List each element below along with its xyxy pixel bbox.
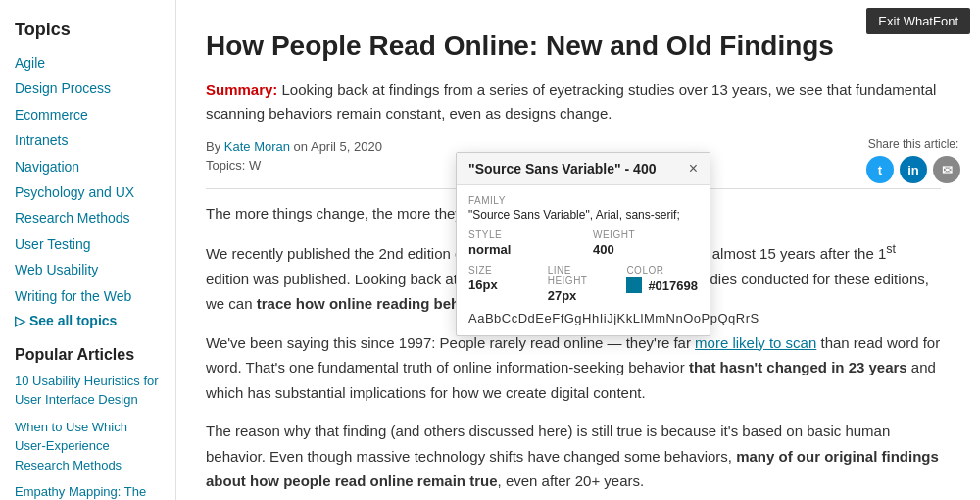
popular-article-3[interactable]: Empathy Mapping: The First Step in Desig…: [15, 482, 161, 500]
topics-prefix: Topics: W: [206, 158, 261, 173]
share-icons: t in ✉: [866, 156, 960, 183]
scan-link[interactable]: more likely to scan: [695, 334, 816, 351]
twitter-icon: t: [878, 163, 882, 177]
family-label: Family: [468, 195, 698, 206]
font-tooltip-header: "Source Sans Variable" - 400 ×: [457, 153, 710, 185]
font-tooltip-body: Family "Source Sans Variable", Arial, sa…: [457, 185, 710, 335]
article-title: How People Read Online: New and Old Find…: [206, 29, 941, 63]
weight-label: Weight: [593, 229, 698, 240]
sidebar-item-user-testing[interactable]: User Testing: [15, 231, 161, 257]
sidebar-item-ecommerce[interactable]: Ecommerce: [15, 102, 161, 127]
exit-whatfont-button[interactable]: Exit WhatFont: [866, 8, 970, 34]
see-all-topics-link[interactable]: ▷ See all topics: [15, 313, 161, 328]
sidebar-item-intranets[interactable]: Intranets: [15, 127, 161, 153]
family-col: Family "Source Sans Variable", Arial, sa…: [468, 195, 698, 222]
sidebar-item-navigation[interactable]: Navigation: [15, 154, 161, 179]
family-row: Family "Source Sans Variable", Arial, sa…: [468, 195, 698, 222]
sidebar-item-design-process[interactable]: Design Process: [15, 75, 161, 101]
font-tooltip-close-button[interactable]: ×: [689, 161, 698, 176]
sidebar: Topics Agile Design Process Ecommerce In…: [0, 0, 176, 500]
sidebar-item-psychology[interactable]: Psychology and UX: [15, 179, 161, 205]
color-value: #017698: [648, 278, 698, 293]
font-tooltip-title: "Source Sans Variable" - 400: [468, 161, 656, 176]
weight-value: 400: [593, 242, 698, 257]
size-label: Size: [468, 265, 532, 275]
summary-paragraph: Summary: Looking back at findings from a…: [206, 78, 941, 125]
sidebar-item-agile[interactable]: Agile: [15, 50, 161, 75]
summary-label: Summary:: [206, 81, 277, 98]
summary-text: Looking back at findings from a series o…: [206, 81, 936, 122]
font-tooltip: "Source Sans Variable" - 400 × Family "S…: [456, 152, 710, 336]
style-value: normal: [468, 242, 573, 257]
style-col: Style normal: [468, 229, 573, 257]
weight-col: Weight 400: [593, 229, 698, 257]
share-bar: Share this article: t in ✉: [866, 137, 960, 183]
author-link[interactable]: Kate Moran: [224, 139, 290, 154]
paragraph-3: We've been saying this since 1997: Peopl…: [206, 330, 941, 406]
email-icon: ✉: [942, 163, 953, 177]
share-label: Share this article:: [866, 137, 960, 151]
sidebar-item-research[interactable]: Research Methods: [15, 205, 161, 230]
size-value: 16px: [468, 277, 532, 292]
popular-articles-heading: Popular Articles: [15, 346, 161, 364]
color-swatch-row: #017698: [626, 277, 698, 293]
color-label: Color: [626, 265, 698, 275]
linkedin-share-button[interactable]: in: [900, 156, 927, 183]
sidebar-item-web-usability[interactable]: Web Usability: [15, 257, 161, 282]
line-height-label: Line Height: [548, 265, 612, 286]
family-value: "Source Sans Variable", Arial, sans-seri…: [468, 208, 698, 222]
style-weight-row: Style normal Weight 400: [468, 229, 698, 257]
page-wrapper: Topics Agile Design Process Ecommerce In…: [0, 0, 980, 500]
topics-heading: Topics: [15, 20, 161, 40]
paragraph-4: The reason why that finding (and others …: [206, 419, 941, 494]
main-content: Exit WhatFont How People Read Online: Ne…: [176, 0, 980, 500]
color-col: Color #017698: [626, 265, 698, 303]
line-height-value: 27px: [548, 288, 612, 303]
triangle-icon: ▷: [15, 313, 29, 328]
color-swatch: [626, 277, 642, 293]
font-preview: AaBbCcDdEeFfGgHhIiJjKkLlMmNnOoPpQqRrS: [468, 311, 698, 325]
size-col: Size 16px: [468, 265, 532, 303]
linkedin-icon: in: [907, 163, 919, 177]
size-row: Size 16px Line Height 27px Color #017698: [468, 265, 698, 303]
line-height-col: Line Height 27px: [548, 265, 612, 303]
popular-article-1[interactable]: 10 Usability Heuristics for User Interfa…: [15, 372, 161, 410]
byline-prefix: By: [206, 139, 224, 154]
sidebar-item-writing[interactable]: Writing for the Web: [15, 283, 161, 309]
twitter-share-button[interactable]: t: [866, 156, 894, 183]
byline-date: on April 5, 2020: [290, 139, 382, 154]
style-label: Style: [468, 229, 573, 240]
popular-article-2[interactable]: When to Use Which User-Experience Resear…: [15, 418, 161, 475]
email-share-button[interactable]: ✉: [933, 156, 960, 183]
